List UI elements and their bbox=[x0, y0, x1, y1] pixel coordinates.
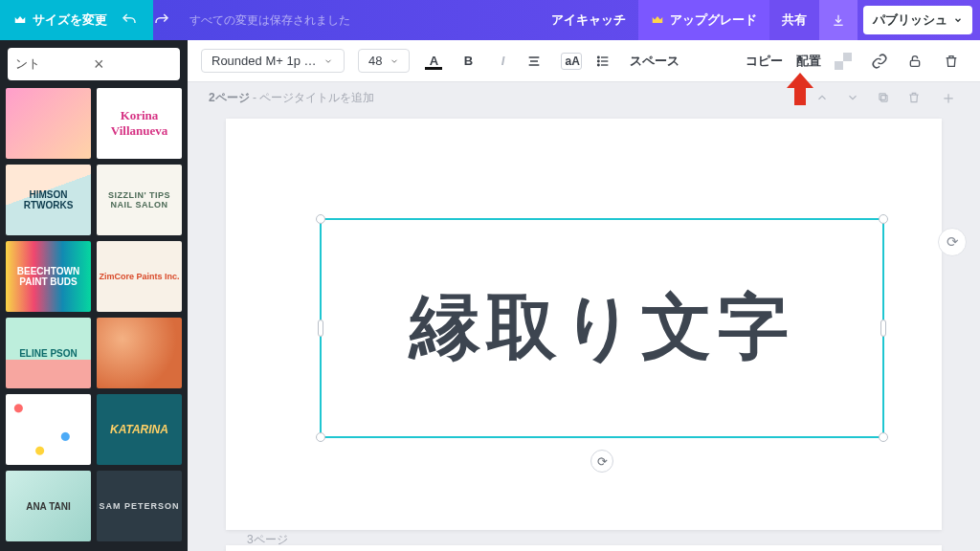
publish-label: パブリッシュ bbox=[873, 11, 947, 29]
page-title-placeholder: - ページタイトルを追加 bbox=[250, 91, 375, 104]
page-title-area[interactable]: 2ページ - ページタイトルを追加 bbox=[209, 90, 374, 106]
template-thumb[interactable]: ELINE PSON bbox=[6, 318, 91, 388]
font-family-select[interactable]: Rounded M+ 1p … bbox=[201, 49, 345, 73]
search-input[interactable]: ント × bbox=[8, 48, 180, 80]
svg-rect-8 bbox=[880, 94, 885, 99]
search-text: ント bbox=[15, 55, 94, 73]
page-up-button[interactable] bbox=[815, 91, 836, 104]
rotate-handle[interactable]: ⟳ bbox=[590, 450, 613, 473]
design-name[interactable]: アイキャッチ bbox=[539, 0, 638, 40]
resize-handle-r[interactable] bbox=[880, 320, 886, 337]
upgrade-button[interactable]: アップグレード bbox=[638, 0, 769, 40]
resize-button[interactable]: サイズを変更 bbox=[0, 0, 121, 40]
italic-button[interactable]: I bbox=[492, 54, 513, 68]
delete-button[interactable] bbox=[944, 54, 967, 69]
template-list[interactable]: Korina Villanueva HIMSON RTWORKS SIZZLIN… bbox=[0, 88, 188, 551]
copy-button[interactable]: コピー bbox=[746, 53, 783, 70]
template-thumb[interactable]: HIMSON RTWORKS bbox=[6, 165, 91, 235]
bold-button[interactable]: B bbox=[457, 54, 479, 68]
svg-point-2 bbox=[598, 64, 600, 66]
text-color-button[interactable]: A bbox=[423, 54, 444, 68]
chevron-down-icon bbox=[323, 56, 333, 66]
resize-handle-l[interactable] bbox=[318, 320, 323, 337]
resize-handle-tl[interactable] bbox=[316, 214, 325, 224]
uppercase-button[interactable]: aA bbox=[561, 53, 582, 70]
undo-button[interactable] bbox=[121, 11, 153, 29]
transparency-button[interactable] bbox=[835, 53, 858, 70]
editor-area: Rounded M+ 1p … 48 A B I aA スペース コピー 配置 bbox=[188, 40, 980, 551]
link-button[interactable] bbox=[871, 53, 894, 70]
upgrade-label: アップグレード bbox=[670, 11, 757, 29]
chevron-down-icon bbox=[953, 15, 963, 25]
top-bar: サイズを変更 すべての変更は保存されました アイキャッチ アップグレード 共有 … bbox=[0, 0, 980, 40]
text-element[interactable]: 縁取り文字 bbox=[322, 220, 882, 436]
reset-button[interactable]: ⟳ bbox=[938, 228, 967, 256]
share-button[interactable]: 共有 bbox=[769, 0, 819, 40]
list-button[interactable] bbox=[595, 54, 616, 69]
font-name: Rounded M+ 1p … bbox=[212, 54, 316, 68]
crown-icon bbox=[651, 13, 664, 27]
arrange-button[interactable]: 配置 bbox=[796, 53, 821, 70]
font-size-value: 48 bbox=[368, 54, 382, 68]
page-3[interactable] bbox=[226, 545, 942, 551]
template-thumb[interactable]: SAM PETERSON bbox=[97, 471, 182, 541]
delete-page-button[interactable] bbox=[907, 91, 928, 104]
duplicate-page-button[interactable] bbox=[877, 91, 898, 104]
svg-rect-7 bbox=[881, 96, 887, 101]
resize-handle-tr[interactable] bbox=[879, 214, 888, 224]
chevron-down-icon bbox=[390, 56, 399, 66]
template-thumb[interactable] bbox=[6, 88, 91, 159]
download-button[interactable] bbox=[819, 0, 858, 40]
save-status: すべての変更は保存されました bbox=[189, 12, 350, 29]
font-size-select[interactable]: 48 bbox=[358, 49, 410, 73]
svg-rect-4 bbox=[835, 53, 843, 61]
crown-icon bbox=[13, 13, 27, 27]
align-button[interactable] bbox=[526, 54, 547, 69]
svg-rect-5 bbox=[843, 61, 852, 70]
spacing-button[interactable]: スペース bbox=[630, 53, 679, 70]
template-thumb[interactable]: ANA TANI bbox=[6, 471, 91, 541]
text-toolbar: Rounded M+ 1p … 48 A B I aA スペース コピー 配置 bbox=[188, 40, 980, 82]
clear-search-icon[interactable]: × bbox=[94, 55, 172, 75]
page-header: 2ページ - ページタイトルを追加 ＋ bbox=[188, 82, 980, 113]
page-down-button[interactable] bbox=[846, 91, 867, 104]
svg-point-0 bbox=[598, 56, 600, 58]
template-panel: ント × Korina Villanueva HIMSON RTWORKS SI… bbox=[0, 40, 188, 551]
annotation-arrow bbox=[787, 73, 813, 105]
page-number: 2ページ bbox=[209, 91, 250, 104]
template-thumb[interactable]: KAIBA ART STUDIO bbox=[97, 318, 182, 388]
template-thumb[interactable]: KATARINA bbox=[97, 394, 182, 465]
template-thumb[interactable] bbox=[6, 394, 91, 465]
page-2[interactable]: 縁取り文字 ⟳ bbox=[226, 119, 942, 530]
lock-button[interactable] bbox=[907, 54, 930, 69]
canvas[interactable]: 縁取り文字 ⟳ ⟳ 3ページ bbox=[188, 113, 980, 551]
template-thumb[interactable]: Korina Villanueva bbox=[97, 88, 182, 159]
template-thumb[interactable]: SIZZLIN' TIPS NAIL SALON bbox=[97, 165, 182, 235]
svg-rect-6 bbox=[910, 60, 919, 66]
template-thumb[interactable]: BEECHTOWN PAINT BUDS bbox=[6, 241, 91, 312]
redo-button[interactable] bbox=[153, 11, 186, 29]
resize-handle-bl[interactable] bbox=[316, 432, 325, 442]
resize-handle-br[interactable] bbox=[879, 432, 888, 442]
template-thumb[interactable]: ZimCore Paints Inc. bbox=[97, 241, 182, 312]
publish-button[interactable]: パブリッシュ bbox=[863, 6, 972, 34]
text-selection-box[interactable]: 縁取り文字 ⟳ bbox=[320, 218, 884, 438]
resize-label: サイズを変更 bbox=[33, 11, 107, 29]
add-page-button[interactable]: ＋ bbox=[938, 86, 959, 109]
svg-point-1 bbox=[598, 60, 600, 62]
